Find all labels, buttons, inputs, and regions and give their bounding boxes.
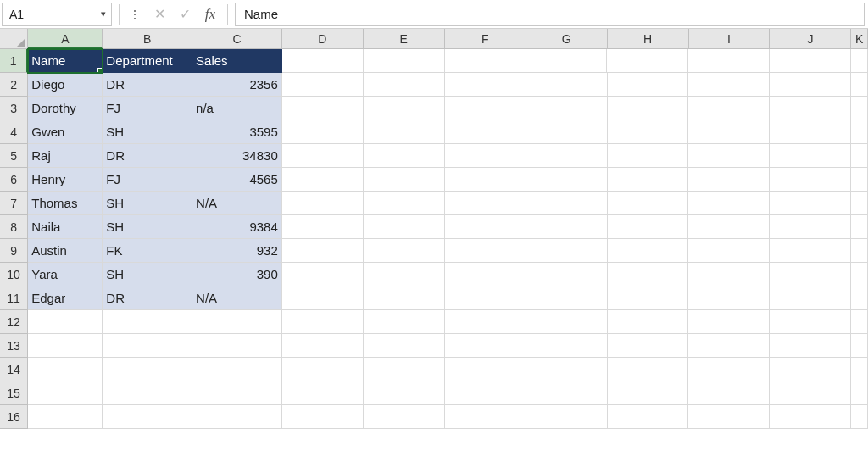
cell-F15[interactable]: [445, 381, 526, 405]
cell-C13[interactable]: [192, 334, 282, 358]
row-header-13[interactable]: 13: [0, 334, 28, 358]
cell-C1[interactable]: Sales: [192, 49, 282, 73]
row-header-12[interactable]: 12: [0, 310, 28, 334]
cell-K12[interactable]: [851, 310, 868, 334]
cell-B2[interactable]: DR: [103, 73, 192, 97]
cell-I2[interactable]: [688, 73, 770, 97]
cell-E13[interactable]: [364, 334, 445, 358]
row-header-7[interactable]: 7: [0, 192, 28, 215]
column-header-F[interactable]: F: [445, 29, 526, 49]
cell-D12[interactable]: [282, 310, 364, 334]
cell-D2[interactable]: [282, 73, 364, 97]
cell-J8[interactable]: [770, 215, 851, 239]
cell-H13[interactable]: [608, 334, 689, 358]
column-header-B[interactable]: B: [103, 29, 192, 49]
column-header-H[interactable]: H: [608, 29, 689, 49]
cell-J6[interactable]: [770, 168, 851, 192]
cell-E16[interactable]: [364, 405, 445, 429]
cell-K13[interactable]: [851, 334, 868, 358]
cell-J3[interactable]: [770, 97, 851, 120]
formula-input[interactable]: Name: [235, 3, 865, 26]
cell-F12[interactable]: [445, 310, 526, 334]
cell-I9[interactable]: [688, 239, 770, 263]
cell-F7[interactable]: [445, 192, 526, 215]
cell-J4[interactable]: [770, 120, 851, 144]
cell-I14[interactable]: [688, 358, 770, 381]
cell-I8[interactable]: [688, 215, 770, 239]
cell-B11[interactable]: DR: [103, 286, 192, 310]
cell-H3[interactable]: [608, 97, 689, 120]
cell-E8[interactable]: [364, 215, 445, 239]
cell-D14[interactable]: [282, 358, 364, 381]
cell-E3[interactable]: [364, 97, 445, 120]
column-header-C[interactable]: C: [192, 29, 282, 49]
cell-H7[interactable]: [608, 192, 689, 215]
cell-I10[interactable]: [688, 263, 770, 286]
cell-B5[interactable]: DR: [103, 144, 192, 168]
cell-A16[interactable]: [28, 405, 103, 429]
cell-A8[interactable]: Naila: [28, 215, 103, 239]
cell-A3[interactable]: Dorothy: [28, 97, 103, 120]
row-header-2[interactable]: 2: [0, 73, 28, 97]
cell-G15[interactable]: [526, 381, 608, 405]
cell-G5[interactable]: [526, 144, 608, 168]
cell-F1[interactable]: [445, 49, 526, 73]
cell-D3[interactable]: [282, 97, 364, 120]
cell-K11[interactable]: [851, 286, 868, 310]
cell-B8[interactable]: SH: [103, 215, 192, 239]
chevron-down-icon[interactable]: ▾: [101, 8, 106, 19]
cell-A14[interactable]: [28, 358, 103, 381]
row-header-3[interactable]: 3: [0, 97, 28, 120]
cell-J15[interactable]: [770, 381, 851, 405]
cell-E7[interactable]: [364, 192, 445, 215]
column-header-K[interactable]: K: [851, 29, 868, 49]
cell-I13[interactable]: [688, 334, 770, 358]
cell-G16[interactable]: [526, 405, 608, 429]
cell-B3[interactable]: FJ: [103, 97, 192, 120]
row-header-4[interactable]: 4: [0, 120, 28, 144]
name-box[interactable]: A1 ▾: [2, 3, 112, 26]
cell-C6[interactable]: 4565: [192, 168, 282, 192]
select-all-corner[interactable]: [0, 29, 28, 49]
row-header-1[interactable]: 1: [0, 49, 28, 73]
cell-I16[interactable]: [688, 405, 770, 429]
cell-J11[interactable]: [770, 286, 851, 310]
column-header-J[interactable]: J: [770, 29, 851, 49]
cell-D11[interactable]: [282, 286, 364, 310]
cell-C4[interactable]: 3595: [192, 120, 282, 144]
cell-A12[interactable]: [28, 310, 103, 334]
cell-D10[interactable]: [282, 263, 364, 286]
column-header-D[interactable]: D: [282, 29, 364, 49]
cell-G10[interactable]: [526, 263, 608, 286]
cell-C10[interactable]: 390: [192, 263, 282, 286]
cell-G2[interactable]: [526, 73, 608, 97]
cell-D5[interactable]: [282, 144, 364, 168]
cell-B14[interactable]: [103, 358, 192, 381]
cell-I15[interactable]: [688, 381, 770, 405]
cell-B10[interactable]: SH: [103, 263, 192, 286]
cell-C14[interactable]: [192, 358, 282, 381]
cell-E2[interactable]: [364, 73, 445, 97]
cell-D13[interactable]: [282, 334, 364, 358]
cell-B15[interactable]: [103, 381, 192, 405]
column-header-A[interactable]: A: [28, 29, 103, 49]
cell-H14[interactable]: [608, 358, 689, 381]
cell-J13[interactable]: [770, 334, 851, 358]
cell-J10[interactable]: [770, 263, 851, 286]
cell-E10[interactable]: [364, 263, 445, 286]
cell-K10[interactable]: [851, 263, 868, 286]
cell-C11[interactable]: N/A: [192, 286, 282, 310]
cell-D16[interactable]: [282, 405, 364, 429]
cell-A2[interactable]: Diego: [28, 73, 103, 97]
cell-B9[interactable]: FK: [103, 239, 192, 263]
cell-I7[interactable]: [688, 192, 770, 215]
cell-J5[interactable]: [770, 144, 851, 168]
cell-E9[interactable]: [364, 239, 445, 263]
cell-A15[interactable]: [28, 381, 103, 405]
cell-B4[interactable]: SH: [103, 120, 192, 144]
cell-I6[interactable]: [688, 168, 770, 192]
cell-D15[interactable]: [282, 381, 364, 405]
cell-B12[interactable]: [103, 310, 192, 334]
cell-D4[interactable]: [282, 120, 364, 144]
cell-H5[interactable]: [608, 144, 689, 168]
